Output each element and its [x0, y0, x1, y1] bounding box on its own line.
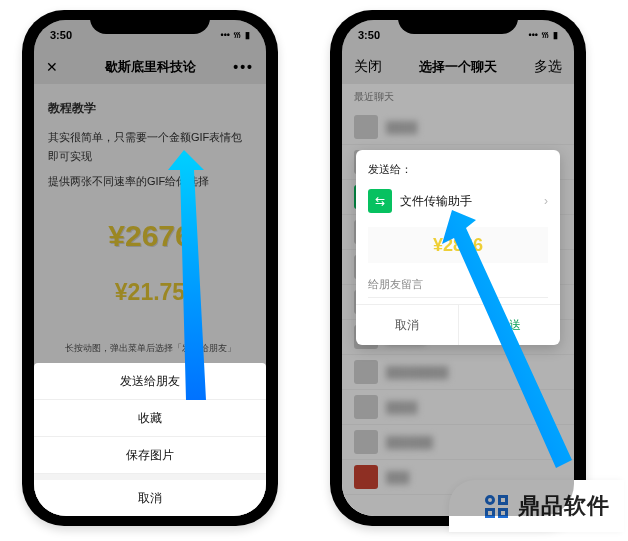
- dialog-send-button[interactable]: 发送: [458, 305, 561, 345]
- screen-left: 3:50 ••• ᯾ ▮ ✕ 歇斯底里科技论 ••• 教程教学 其实很简单，只需…: [34, 20, 266, 516]
- wifi-icon: ᯾: [541, 30, 550, 40]
- dialog-recipient-name: 文件传输助手: [400, 193, 472, 210]
- dialog-message-input[interactable]: 给朋友留言: [368, 271, 548, 298]
- notch: [90, 10, 210, 34]
- dialog-title: 发送给：: [368, 162, 548, 177]
- battery-icon: ▮: [245, 30, 250, 40]
- dialog-cancel-button[interactable]: 取消: [356, 305, 458, 345]
- status-time: 3:50: [358, 29, 380, 41]
- sheet-option-save-image[interactable]: 保存图片: [34, 437, 266, 474]
- dialog-recipient-row[interactable]: ⇆ 文件传输助手 ›: [368, 185, 548, 217]
- status-time: 3:50: [50, 29, 72, 41]
- phone-right: 3:50 ••• ᯾ ▮ 关闭 选择一个聊天 多选 最近聊天 ████ ████…: [330, 10, 586, 526]
- wifi-icon: ᯾: [233, 30, 242, 40]
- send-dialog: 发送给： ⇆ 文件传输助手 › ¥28▮6 给朋友留言 取消 发送: [356, 150, 560, 345]
- battery-icon: ▮: [553, 30, 558, 40]
- dialog-preview: ¥28▮6: [368, 227, 548, 263]
- signal-icon: •••: [221, 30, 230, 40]
- status-icons: ••• ᯾ ▮: [221, 30, 250, 40]
- sheet-cancel[interactable]: 取消: [34, 474, 266, 516]
- sheet-option-favorite[interactable]: 收藏: [34, 400, 266, 437]
- phone-left: 3:50 ••• ᯾ ▮ ✕ 歇斯底里科技论 ••• 教程教学 其实很简单，只需…: [22, 10, 278, 526]
- file-transfer-icon: ⇆: [368, 189, 392, 213]
- chevron-right-icon: ›: [544, 194, 548, 208]
- notch: [398, 10, 518, 34]
- dialog-buttons: 取消 发送: [356, 304, 560, 345]
- screen-right: 3:50 ••• ᯾ ▮ 关闭 选择一个聊天 多选 最近聊天 ████ ████…: [342, 20, 574, 516]
- signal-icon: •••: [529, 30, 538, 40]
- sheet-option-send-friend[interactable]: 发送给朋友: [34, 363, 266, 400]
- status-icons: ••• ᯾ ▮: [529, 30, 558, 40]
- action-sheet: 发送给朋友 收藏 保存图片 取消: [34, 363, 266, 516]
